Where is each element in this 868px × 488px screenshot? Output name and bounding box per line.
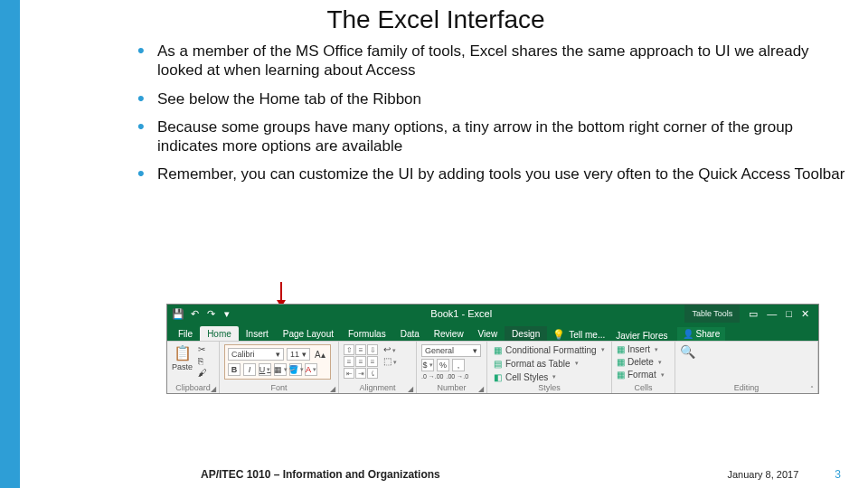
dialog-launcher-icon[interactable]: ◢: [210, 385, 217, 392]
find-icon: 🔍: [680, 344, 695, 359]
tab-page-layout[interactable]: Page Layout: [276, 326, 341, 341]
contextual-tab-header: Table Tools: [684, 305, 740, 323]
tell-me[interactable]: 💡 Tell me...: [547, 329, 610, 341]
restore-icon[interactable]: □: [786, 308, 792, 319]
copy-icon[interactable]: ⎘: [196, 356, 209, 366]
title-bar: 💾 ↶ ↷ ▾ Book1 - Excel Table Tools ▭ — □ …: [167, 305, 818, 323]
ribbon-display-options-icon[interactable]: ▭: [749, 308, 758, 320]
font-size-selector[interactable]: 11▾: [287, 348, 310, 361]
font-name-selector[interactable]: Calibri▾: [228, 348, 284, 361]
fill-color-icon[interactable]: 🪣: [289, 363, 302, 376]
accent-bar: [0, 0, 20, 488]
ribbon: 📋 Paste ✂ ⎘ 🖌 Clipboard ◢: [167, 341, 818, 393]
font-highlight-box: Calibri▾ 11▾ A▴ B I U ▦: [224, 344, 331, 380]
group-cells: ▦ Insert ▦ Delete ▦ Format Cells: [612, 342, 675, 393]
number-format-value: General: [425, 346, 454, 355]
dialog-launcher-icon[interactable]: ◢: [477, 385, 485, 392]
ribbon-tabs: File Home Insert Page Layout Formulas Da…: [167, 323, 818, 341]
font-name-value: Calibri: [231, 350, 255, 359]
underline-button[interactable]: U: [259, 363, 271, 376]
comma-format-button[interactable]: ,: [452, 359, 465, 371]
undo-icon[interactable]: ↶: [189, 308, 200, 319]
cell-styles-icon: ◧: [492, 371, 503, 382]
share-button[interactable]: 👤 Share: [677, 327, 726, 341]
footer-course: AP/ITEC 1010 – Information and Organizat…: [201, 468, 440, 481]
conditional-formatting-label: Conditional Formatting: [505, 345, 597, 355]
format-cells-icon: ▦: [617, 370, 625, 380]
insert-cells-icon: ▦: [617, 344, 625, 354]
paste-button[interactable]: 📋 Paste: [172, 344, 193, 371]
increase-decimal-button[interactable]: .0 →.00: [421, 373, 444, 380]
font-color-icon[interactable]: A: [305, 363, 317, 376]
group-label: Font: [224, 382, 334, 392]
wrap-text-icon[interactable]: ↩: [382, 344, 399, 354]
conditional-formatting-icon: ▦: [492, 344, 503, 355]
cell-styles-label: Cell Styles: [505, 372, 548, 382]
share-icon: 👤: [683, 329, 693, 339]
delete-cells-icon: ▦: [617, 357, 625, 367]
format-cells-button[interactable]: ▦ Format: [617, 370, 665, 380]
dialog-launcher-icon[interactable]: ◢: [407, 385, 414, 392]
cut-icon[interactable]: ✂: [196, 344, 209, 354]
footer-date: January 8, 2017: [727, 469, 798, 480]
group-label: Clipboard: [172, 382, 214, 392]
tab-design[interactable]: Design: [505, 326, 547, 341]
group-label: Alignment: [344, 382, 411, 392]
tell-me-label: Tell me...: [569, 330, 605, 340]
tab-file[interactable]: File: [171, 326, 200, 341]
align-right-button[interactable]: ≡: [367, 356, 378, 367]
bullet-item: Because some groups have many options, a…: [137, 117, 852, 156]
group-label: Cells: [617, 382, 670, 392]
tab-home[interactable]: Home: [200, 326, 239, 341]
grow-font-icon[interactable]: A▴: [313, 350, 327, 360]
insert-cells-label: Insert: [627, 344, 650, 354]
tab-insert[interactable]: Insert: [239, 326, 276, 341]
border-icon[interactable]: ▦: [274, 363, 287, 376]
merge-center-icon[interactable]: ⬚: [382, 356, 399, 366]
bullet-item: Remember, you can customize the UI by ad…: [137, 164, 852, 183]
decrease-indent-button[interactable]: ⇤: [344, 368, 354, 379]
align-middle-button[interactable]: ≡: [355, 344, 366, 355]
excel-window: 💾 ↶ ↷ ▾ Book1 - Excel Table Tools ▭ — □ …: [166, 304, 819, 394]
increase-indent-button[interactable]: ⇥: [355, 368, 366, 379]
dialog-launcher-icon[interactable]: ◢: [329, 385, 336, 392]
clipboard-icon: 📋: [174, 344, 192, 361]
italic-button[interactable]: I: [243, 363, 256, 376]
align-center-button[interactable]: ≡: [355, 356, 366, 367]
accounting-format-button[interactable]: $: [421, 359, 434, 371]
decrease-decimal-button[interactable]: .00 →.0: [447, 373, 469, 380]
format-painter-icon[interactable]: 🖌: [196, 368, 209, 378]
close-icon[interactable]: ✕: [801, 308, 809, 320]
qat-customize-icon[interactable]: ▾: [222, 308, 232, 319]
delete-cells-button[interactable]: ▦ Delete: [617, 357, 665, 367]
conditional-formatting-button[interactable]: ▦ Conditional Formatting: [492, 344, 605, 355]
cell-styles-button[interactable]: ◧ Cell Styles: [492, 371, 605, 382]
font-size-value: 11: [290, 350, 299, 359]
bold-button[interactable]: B: [228, 363, 241, 376]
minimize-icon[interactable]: —: [767, 308, 777, 319]
align-left-button[interactable]: ≡: [344, 356, 354, 367]
orientation-icon[interactable]: ⤹: [367, 368, 378, 379]
percent-format-button[interactable]: %: [437, 359, 449, 371]
insert-cells-button[interactable]: ▦ Insert: [617, 344, 665, 354]
group-label: Editing: [680, 382, 813, 392]
user-name[interactable]: Javier Flores: [610, 331, 673, 341]
tab-formulas[interactable]: Formulas: [341, 326, 393, 341]
save-icon[interactable]: 💾: [173, 308, 184, 319]
paste-label: Paste: [172, 362, 193, 371]
group-label: Styles: [492, 382, 607, 392]
bullet-item: As a member of the MS Office family of t…: [137, 42, 852, 80]
align-bottom-button[interactable]: ⇩: [367, 344, 378, 355]
align-top-button[interactable]: ⇧: [344, 344, 354, 355]
tab-data[interactable]: Data: [393, 326, 427, 341]
collapse-ribbon-icon[interactable]: ˄: [808, 385, 816, 392]
tab-review[interactable]: Review: [427, 326, 471, 341]
window-controls: ▭ — □ ✕: [740, 308, 818, 320]
format-as-table-button[interactable]: ▤ Format as Table: [492, 358, 605, 369]
footer-page-number: 3: [835, 468, 841, 481]
find-select-button[interactable]: 🔍: [680, 344, 695, 359]
redo-icon[interactable]: ↷: [205, 308, 216, 319]
delete-cells-label: Delete: [627, 357, 654, 367]
tab-view[interactable]: View: [471, 326, 505, 341]
number-format-selector[interactable]: General▾: [421, 344, 481, 357]
